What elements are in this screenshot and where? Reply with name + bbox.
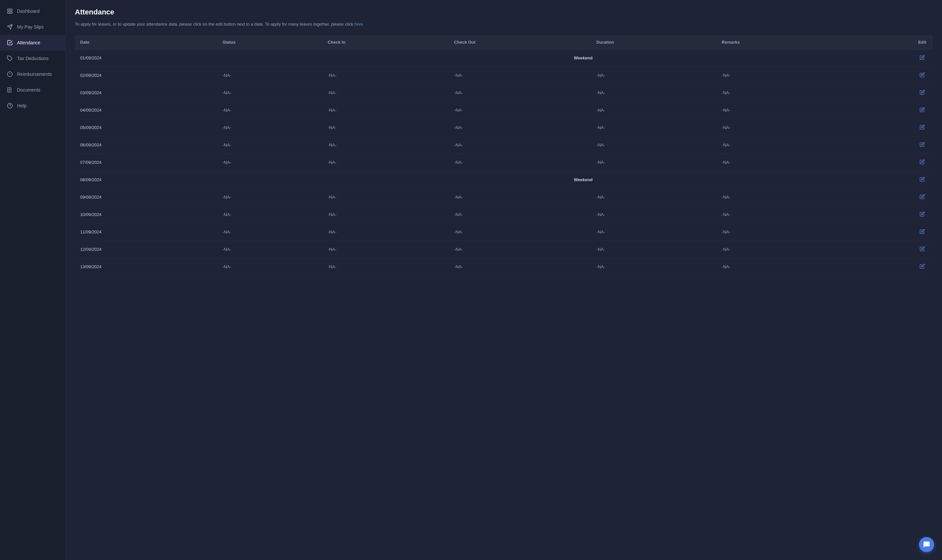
chat-bubble[interactable]: [919, 537, 934, 552]
cell-edit[interactable]: [844, 171, 933, 188]
edit-button[interactable]: [918, 141, 926, 149]
cell-edit[interactable]: [844, 258, 933, 275]
edit-button[interactable]: [918, 106, 926, 114]
cell-duration: -NA-: [591, 188, 717, 206]
cell-remarks: -NA-: [716, 223, 844, 241]
svg-rect-0: [8, 9, 9, 11]
table-row: 01/09/2024 Weekend: [75, 49, 933, 67]
cell-edit[interactable]: [844, 223, 933, 241]
table-row: 05/09/2024 -NA- -NA- -NA- -NA- -NA-: [75, 119, 933, 136]
edit-button[interactable]: [918, 193, 926, 201]
table-row: 04/09/2024 -NA- -NA- -NA- -NA- -NA-: [75, 102, 933, 119]
cell-edit[interactable]: [844, 49, 933, 67]
edit-button[interactable]: [918, 124, 926, 132]
edit-button[interactable]: [918, 72, 926, 80]
grid-icon: [6, 8, 13, 14]
cell-check-in: -NA-: [322, 258, 449, 275]
cell-edit[interactable]: [844, 67, 933, 84]
edit-button[interactable]: [918, 89, 926, 97]
cell-duration: -NA-: [591, 206, 717, 223]
cell-date: 05/09/2024: [75, 119, 217, 136]
cell-status: -NA-: [217, 154, 322, 171]
table-header-row: Date Status Check In Check Out Duration …: [75, 35, 933, 49]
sidebar-item-label: Reimbursements: [17, 72, 52, 77]
cell-remarks: -NA-: [716, 84, 844, 102]
cell-check-out: -NA-: [449, 241, 591, 258]
cell-duration: -NA-: [591, 223, 717, 241]
cell-remarks: -NA-: [716, 119, 844, 136]
sidebar-item-my-pay-slips[interactable]: My Pay Slips: [0, 19, 65, 35]
cell-status: -NA-: [217, 67, 322, 84]
cell-check-out: -NA-: [449, 258, 591, 275]
cell-check-in: -NA-: [322, 154, 449, 171]
cell-check-in: -NA-: [322, 84, 449, 102]
question-icon: [6, 102, 13, 109]
cell-date: 03/09/2024: [75, 84, 217, 102]
sidebar-item-help[interactable]: Help: [0, 98, 65, 114]
cell-edit[interactable]: [844, 84, 933, 102]
cell-edit[interactable]: [844, 188, 933, 206]
cell-date: 10/09/2024: [75, 206, 217, 223]
sidebar-item-tax-deductions[interactable]: Tax Deductions: [0, 51, 65, 66]
cell-edit[interactable]: [844, 119, 933, 136]
page-title: Attendance: [75, 8, 933, 16]
edit-button[interactable]: [918, 228, 926, 236]
edit-button[interactable]: [918, 246, 926, 254]
cell-remarks: -NA-: [716, 241, 844, 258]
sidebar-item-documents[interactable]: Documents: [0, 82, 65, 98]
cell-edit[interactable]: [844, 136, 933, 154]
cell-date: 04/09/2024: [75, 102, 217, 119]
cell-weekend: Weekend: [322, 49, 844, 67]
cell-check-out: -NA-: [449, 154, 591, 171]
cell-status: -NA-: [217, 241, 322, 258]
edit-button[interactable]: [918, 263, 926, 271]
col-status: Status: [217, 35, 322, 49]
cell-check-in: -NA-: [322, 102, 449, 119]
cell-weekend: Weekend: [322, 171, 844, 188]
sidebar-item-label: Dashboard: [17, 9, 40, 14]
cell-edit[interactable]: [844, 102, 933, 119]
cell-check-out: -NA-: [449, 102, 591, 119]
edit-button[interactable]: [918, 158, 926, 166]
cell-edit[interactable]: [844, 206, 933, 223]
cell-edit[interactable]: [844, 154, 933, 171]
table-row: 11/09/2024 -NA- -NA- -NA- -NA- -NA-: [75, 223, 933, 241]
edit-button[interactable]: [918, 54, 926, 62]
col-check-in: Check In: [322, 35, 449, 49]
attendance-table: Date Status Check In Check Out Duration …: [75, 35, 933, 276]
cell-status: -NA-: [217, 136, 322, 154]
here-link[interactable]: here.: [355, 22, 364, 26]
cell-remarks: -NA-: [716, 67, 844, 84]
cell-remarks: -NA-: [716, 102, 844, 119]
edit-button[interactable]: [918, 176, 926, 184]
sidebar-item-label: Tax Deductions: [17, 56, 49, 61]
file-icon: [6, 87, 13, 93]
sidebar-item-reimbursements[interactable]: Reimbursements: [0, 66, 65, 82]
cell-check-in: -NA-: [322, 119, 449, 136]
cell-edit[interactable]: [844, 241, 933, 258]
col-check-out: Check Out: [449, 35, 591, 49]
cell-status: -NA-: [217, 206, 322, 223]
cell-status: -NA-: [217, 84, 322, 102]
sidebar-item-dashboard[interactable]: Dashboard: [0, 3, 65, 19]
sidebar-item-attendance[interactable]: Attendance: [0, 35, 65, 51]
cell-status: -NA-: [217, 223, 322, 241]
cell-check-out: -NA-: [449, 206, 591, 223]
edit-button[interactable]: [918, 211, 926, 218]
col-date: Date: [75, 35, 217, 49]
cell-status: -NA-: [217, 119, 322, 136]
col-duration: Duration: [591, 35, 717, 49]
cell-status: -NA-: [217, 258, 322, 275]
cell-duration: -NA-: [591, 136, 717, 154]
table-row: 03/09/2024 -NA- -NA- -NA- -NA- -NA-: [75, 84, 933, 102]
cell-status: -NA-: [217, 188, 322, 206]
main-content: Attendance To apply for leaves, or to up…: [66, 0, 942, 560]
cell-check-in: -NA-: [322, 136, 449, 154]
table-row: 13/09/2024 -NA- -NA- -NA- -NA- -NA-: [75, 258, 933, 275]
cell-date: 08/09/2024: [75, 171, 217, 188]
cell-date: 01/09/2024: [75, 49, 217, 67]
table-row: 10/09/2024 -NA- -NA- -NA- -NA- -NA-: [75, 206, 933, 223]
tag-outline-icon: [6, 71, 13, 77]
cell-duration: -NA-: [591, 84, 717, 102]
cell-check-out: -NA-: [449, 223, 591, 241]
